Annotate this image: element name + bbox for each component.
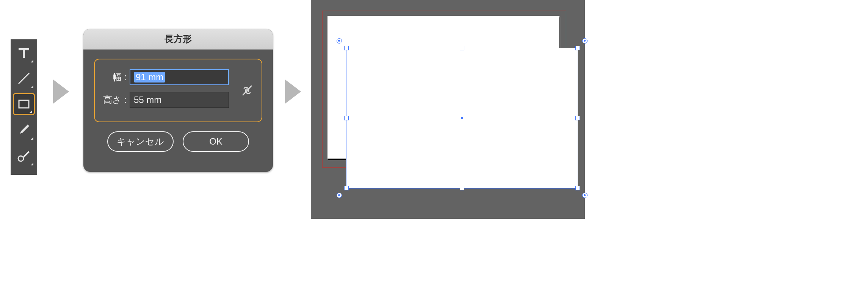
rotate-handle-tr[interactable] (582, 38, 588, 44)
brush-tool[interactable] (13, 119, 35, 141)
step-arrow-1 (53, 79, 69, 104)
height-input[interactable]: 55 mm (130, 92, 229, 108)
rectangle-dialog: 長方形 幅 : 91 mm 高さ : 55 mm (83, 29, 273, 172)
width-input[interactable]: 91 mm (130, 69, 229, 85)
rotate-handle-bl[interactable] (337, 193, 342, 198)
selection-center-icon (461, 117, 463, 119)
svg-point-2 (18, 156, 24, 161)
resize-handle-tm[interactable] (460, 46, 464, 50)
resize-handle-br[interactable] (575, 186, 580, 190)
ok-button[interactable]: OK (183, 131, 249, 152)
rotate-handle-tl[interactable] (337, 38, 342, 44)
resize-handle-ml[interactable] (344, 116, 349, 120)
line-tool[interactable] (13, 67, 35, 89)
rotate-handle-br[interactable] (582, 193, 588, 198)
rectangle-tool[interactable] (13, 93, 35, 115)
svg-rect-1 (19, 100, 29, 108)
resize-handle-bm[interactable] (460, 186, 464, 190)
resize-handle-tl[interactable] (344, 46, 349, 50)
resize-handle-bl[interactable] (344, 186, 349, 190)
dimension-group: 幅 : 91 mm 高さ : 55 mm (94, 59, 262, 122)
selected-rectangle[interactable] (346, 48, 578, 188)
canvas-preview (311, 0, 585, 219)
width-label: 幅 : (99, 71, 130, 83)
cancel-button[interactable]: キャンセル (107, 131, 174, 152)
blob-brush-tool[interactable] (13, 145, 35, 167)
constrain-link-icon[interactable] (237, 80, 258, 101)
type-tool[interactable] (13, 42, 35, 64)
height-label: 高さ : (99, 94, 130, 106)
resize-handle-tr[interactable] (575, 46, 580, 50)
dialog-title: 長方形 (83, 29, 273, 50)
svg-line-0 (19, 73, 29, 84)
step-arrow-2 (285, 79, 301, 104)
tool-palette (11, 39, 37, 175)
resize-handle-mr[interactable] (575, 116, 580, 120)
